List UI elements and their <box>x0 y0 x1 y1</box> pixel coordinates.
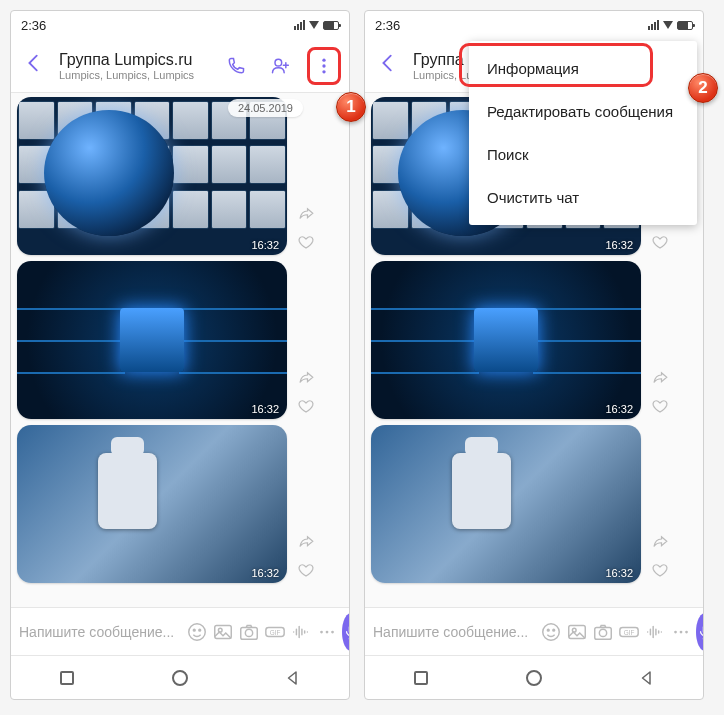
like-icon[interactable] <box>651 233 669 255</box>
share-icon[interactable] <box>297 205 315 227</box>
svg-rect-29 <box>703 625 704 633</box>
status-time: 2:36 <box>21 18 46 33</box>
gallery-icon[interactable] <box>212 617 234 647</box>
like-icon[interactable] <box>297 233 315 255</box>
nav-recent[interactable] <box>47 658 87 698</box>
image-message[interactable]: 16:32 <box>17 425 287 583</box>
svg-point-10 <box>246 629 253 636</box>
menu-search[interactable]: Поиск <box>469 133 697 176</box>
message-time: 16:32 <box>605 403 633 415</box>
sticker-icon[interactable] <box>186 617 208 647</box>
menu-edit-messages[interactable]: Редактировать сообщения <box>469 90 697 133</box>
phone-right: 2:36 Группа Lumpics.ru Lumpics, Lumpics,… <box>364 10 704 700</box>
gallery-icon[interactable] <box>566 617 588 647</box>
message-actions <box>287 369 321 419</box>
svg-point-4 <box>189 623 206 640</box>
image-message[interactable]: 16:32 <box>17 97 287 255</box>
gif-icon[interactable]: GIF <box>618 617 640 647</box>
more-input-icon[interactable] <box>670 617 692 647</box>
phone-left: 2:36 Группа Lumpics.ru Lumpics, Lumpics,… <box>10 10 350 700</box>
svg-point-2 <box>322 64 325 67</box>
menu-info[interactable]: Информация <box>469 47 697 90</box>
like-icon[interactable] <box>651 397 669 419</box>
like-icon[interactable] <box>297 561 315 583</box>
date-pill: 24.05.2019 <box>228 99 303 117</box>
svg-point-15 <box>331 630 334 633</box>
svg-point-1 <box>322 58 325 61</box>
svg-point-17 <box>543 623 560 640</box>
chat-header: Группа Lumpics.ru Lumpics, Lumpics, Lump… <box>11 39 349 93</box>
input-bar: Напишите сообщение... GIF <box>365 607 703 655</box>
add-member-button[interactable] <box>263 49 297 83</box>
status-icons <box>648 20 693 30</box>
svg-point-28 <box>685 630 688 633</box>
nav-back[interactable] <box>273 658 313 698</box>
status-time: 2:36 <box>375 18 400 33</box>
nav-back[interactable] <box>627 658 667 698</box>
call-button[interactable] <box>219 49 253 83</box>
audio-wave-icon[interactable] <box>644 617 666 647</box>
battery-icon <box>677 21 693 30</box>
share-icon[interactable] <box>297 369 315 391</box>
menu-clear-chat[interactable]: Очистить чат <box>469 176 697 219</box>
status-icons <box>294 20 339 30</box>
status-bar: 2:36 <box>11 11 349 39</box>
message-time: 16:32 <box>605 239 633 251</box>
gif-icon[interactable]: GIF <box>264 617 286 647</box>
message-row: 16:32 <box>371 261 697 419</box>
step-badge-2: 2 <box>688 73 718 103</box>
step-badge-1: 1 <box>336 92 366 122</box>
like-icon[interactable] <box>297 397 315 419</box>
message-input[interactable]: Напишите сообщение... <box>373 624 532 640</box>
svg-point-26 <box>674 630 677 633</box>
overflow-menu: Информация Редактировать сообщения Поиск… <box>469 41 697 225</box>
back-button[interactable] <box>373 48 403 84</box>
share-icon[interactable] <box>651 533 669 555</box>
svg-point-23 <box>600 629 607 636</box>
nav-home[interactable] <box>514 658 554 698</box>
battery-icon <box>323 21 339 30</box>
svg-point-5 <box>194 629 196 631</box>
message-actions <box>287 533 321 583</box>
audio-wave-icon[interactable] <box>290 617 312 647</box>
svg-point-13 <box>320 630 323 633</box>
image-message[interactable]: 16:32 <box>17 261 287 419</box>
share-icon[interactable] <box>651 369 669 391</box>
back-button[interactable] <box>19 48 49 84</box>
android-navbar <box>365 655 703 699</box>
svg-point-18 <box>548 629 550 631</box>
sticker-icon[interactable] <box>540 617 562 647</box>
message-time: 16:32 <box>251 239 279 251</box>
svg-text:GIF: GIF <box>624 628 635 635</box>
image-message[interactable]: 16:32 <box>371 261 641 419</box>
message-row: 16:32 <box>17 425 343 583</box>
nav-home[interactable] <box>160 658 200 698</box>
chat-subtitle: Lumpics, Lumpics, Lumpics <box>59 69 209 81</box>
chat-body[interactable]: 24.05.2019 16:32 <box>11 93 349 607</box>
header-titles[interactable]: Группа Lumpics.ru Lumpics, Lumpics, Lump… <box>59 51 209 81</box>
nav-recent[interactable] <box>401 658 441 698</box>
share-icon[interactable] <box>297 533 315 555</box>
android-navbar <box>11 655 349 699</box>
message-input[interactable]: Напишите сообщение... <box>19 624 178 640</box>
svg-point-6 <box>199 629 201 631</box>
svg-point-14 <box>326 630 329 633</box>
svg-point-0 <box>275 59 282 66</box>
image-message[interactable]: 16:32 <box>371 425 641 583</box>
mic-button[interactable] <box>342 613 350 651</box>
svg-rect-16 <box>349 625 350 633</box>
svg-point-19 <box>553 629 555 631</box>
camera-icon[interactable] <box>592 617 614 647</box>
like-icon[interactable] <box>651 561 669 583</box>
chat-title: Группа Lumpics.ru <box>59 51 209 69</box>
more-input-icon[interactable] <box>316 617 338 647</box>
input-bar: Напишите сообщение... GIF <box>11 607 349 655</box>
more-button[interactable] <box>312 52 336 80</box>
message-time: 16:32 <box>251 567 279 579</box>
message-row: 16:32 <box>17 97 343 255</box>
mic-button[interactable] <box>696 613 704 651</box>
wifi-icon <box>309 21 319 29</box>
camera-icon[interactable] <box>238 617 260 647</box>
message-row: 16:32 <box>371 425 697 583</box>
svg-point-27 <box>680 630 683 633</box>
